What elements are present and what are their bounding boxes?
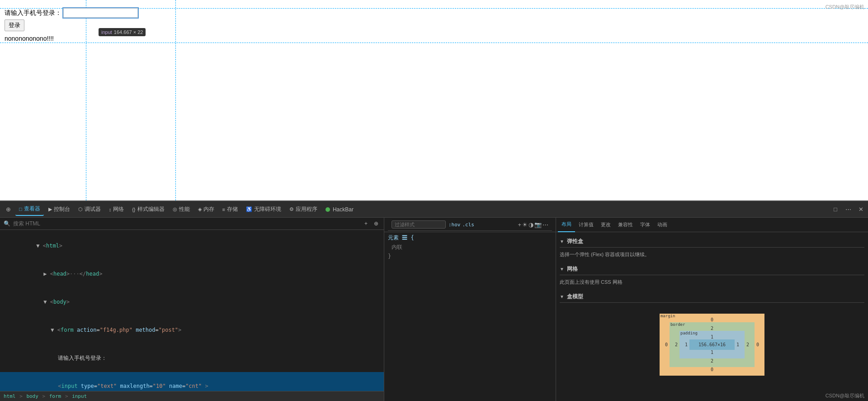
devtools-panel: ⊕ □ 查看器 ▶ 控制台 ⬡ 调试器 ↕ 网络 {} 样式编辑器 ◎ 性能 ◈… [0, 200, 868, 401]
accessibility-icon: ♿ [246, 206, 252, 212]
expand-html[interactable]: ▼ [36, 243, 42, 249]
flexbox-section-body: 选择一个弹性 (Flex) 容器或项目以继续。 [560, 249, 864, 260]
html-line-form[interactable]: ▼ <form action="f14g.php" method="post"> [0, 316, 384, 344]
csdn-watermark: CSDN@敲尽编机 [826, 392, 864, 399]
bm-padding-right: 1 [735, 342, 741, 347]
html-line-html[interactable]: ▼ <html> [0, 232, 384, 260]
right-tab-animations[interactable]: 动画 [654, 218, 671, 232]
inspector-icon: □ [19, 206, 22, 212]
login-button[interactable]: 登录 [5, 19, 24, 31]
tab-storage[interactable]: ≡ 存储 [219, 203, 241, 216]
html-line-text: 请输入手机号登录： [0, 344, 384, 372]
bm-margin-bottom: 0 [663, 367, 761, 372]
tooltip-size: 164.667 × 22 [114, 29, 143, 35]
expand-body[interactable]: ▼ [43, 299, 50, 305]
tab-accessibility[interactable]: ♿ 无障碍环境 [242, 203, 285, 216]
html-add-node-btn[interactable]: + [363, 220, 369, 228]
bm-border: border 2 2 padding 1 [670, 322, 755, 367]
filter-styles-input[interactable] [392, 220, 446, 229]
html-pick-element-btn[interactable]: ⊕ [372, 220, 380, 228]
tab-network[interactable]: ↕ 网络 [105, 203, 128, 216]
selection-line-right [175, 0, 176, 200]
devtools-toolbar-right: □ ⋯ ✕ [830, 204, 866, 215]
html-tree: ▼ <html> ▶ <head>···</head> ▼ <body> ▼ <… [0, 230, 384, 391]
add-rule-icon[interactable]: + [518, 221, 521, 228]
tab-memory-label: 内存 [203, 205, 214, 213]
styles-more-icon[interactable]: ⋯ [542, 221, 548, 228]
pick-color-icon[interactable]: ☀ [522, 221, 528, 228]
inspect-icon[interactable]: ⊕ [2, 203, 14, 216]
expand-form[interactable]: ▼ [51, 327, 57, 333]
element-tooltip: input 164.667 × 22 [99, 28, 146, 36]
bm-padding-label: padding [680, 331, 698, 335]
flexbox-arrow-icon: ▼ [560, 239, 564, 244]
styles-inline-label: 内联 [388, 243, 552, 251]
right-tab-fonts[interactable]: 字体 [637, 218, 654, 232]
bm-margin: margin 0 0 border 2 2 [660, 314, 764, 376]
html-search-bar: 🔍 + ⊕ [0, 218, 384, 230]
html-line-input-text[interactable]: <input type="text" maxlength="10" name="… [0, 372, 384, 391]
expand-head[interactable]: ▶ [43, 271, 50, 277]
tab-style-editor[interactable]: {} 样式编辑器 [128, 203, 168, 216]
tab-performance-label: 性能 [179, 205, 190, 213]
right-panel-content: ▼ 弹性盒 选择一个弹性 (Flex) 容器或项目以继续。 ▼ 网格 此页面上没… [556, 232, 868, 401]
memory-icon: ◈ [198, 206, 202, 212]
bm-padding-bottom: 1 [683, 350, 741, 355]
flexbox-description: 选择一个弹性 (Flex) 容器或项目以继续。 [560, 252, 650, 257]
screenshot-icon[interactable]: 📷 [534, 221, 542, 228]
grid-section-header[interactable]: ▼ 网格 [560, 263, 864, 275]
browser-viewport: 请输入手机号登录： 登录 nononononono!!!! input 164.… [0, 0, 868, 200]
storage-icon: ≡ [222, 207, 225, 212]
html-breadcrumb: html > body > form > input [0, 391, 384, 401]
html-line-body[interactable]: ▼ <body> [0, 288, 384, 316]
right-panel-tabs: 布局 计算值 更改 兼容性 字体 动画 [556, 218, 868, 232]
right-tab-changes[interactable]: 更改 [597, 218, 614, 232]
bm-content: 156.667×16 [689, 339, 735, 350]
bm-border-right: 2 [745, 342, 751, 347]
right-tab-layout[interactable]: 布局 [558, 218, 575, 232]
breadcrumb-body[interactable]: body [26, 393, 38, 399]
phone-input[interactable] [63, 8, 138, 18]
application-icon: ⚙ [289, 206, 294, 212]
tab-inspector[interactable]: □ 查看器 [15, 203, 44, 216]
right-tab-computed[interactable]: 计算值 [575, 218, 597, 232]
tab-hackbar[interactable]: HackBar [322, 203, 357, 216]
breadcrumb-form[interactable]: form [49, 393, 61, 399]
tab-accessibility-label: 无障碍环境 [254, 205, 281, 213]
tooltip-tag: input [101, 29, 112, 35]
toggle-dark-icon[interactable]: ◑ [528, 221, 533, 228]
right-tab-compatibility[interactable]: 兼容性 [614, 218, 637, 232]
bm-content-size: 156.667×16 [698, 342, 726, 347]
styles-toolbar: :hov .cls + ☀ ◑ 📷 ⋯ [384, 218, 556, 232]
html-search-input[interactable] [13, 220, 360, 227]
dock-icon[interactable]: □ [830, 204, 841, 215]
more-options-icon[interactable]: ⋯ [843, 204, 854, 215]
tab-debugger[interactable]: ⬡ 调试器 [75, 203, 104, 216]
tab-performance[interactable]: ◎ 性能 [169, 203, 193, 216]
bm-margin-sides: 0 border 2 2 [663, 322, 761, 367]
breadcrumb-input[interactable]: input [72, 393, 87, 399]
box-model-diagram: margin 0 0 border 2 2 [660, 314, 764, 376]
flexbox-section-label: 弹性盒 [567, 238, 583, 245]
bm-border-left: 2 [673, 342, 679, 347]
tab-inspector-label: 查看器 [24, 205, 40, 213]
bm-margin-label: margin [660, 314, 675, 318]
box-model-section-header[interactable]: ▼ 盒模型 [560, 291, 864, 303]
cls-pseudo-btn[interactable]: .cls [462, 222, 475, 228]
flexbox-section-header[interactable]: ▼ 弹性盒 [560, 236, 864, 248]
tab-debugger-label: 调试器 [85, 205, 101, 213]
tab-application[interactable]: ⚙ 应用程序 [286, 203, 321, 216]
tab-style-editor-label: 样式编辑器 [137, 205, 165, 213]
tab-memory[interactable]: ◈ 内存 [194, 203, 218, 216]
pseudo-buttons: :hov .cls [448, 222, 474, 228]
tab-console[interactable]: ▶ 控制台 [45, 203, 74, 216]
element-styles-label: 元素 ☰ { [388, 234, 552, 242]
box-model-arrow-icon: ▼ [560, 294, 564, 299]
grid-section-label: 网格 [567, 265, 578, 273]
style-editor-icon: {} [132, 207, 135, 212]
breadcrumb-html[interactable]: html [4, 393, 16, 399]
hov-pseudo-btn[interactable]: :hov [448, 222, 461, 228]
html-panel: 🔍 + ⊕ ▼ <html> ▶ <head>···</head> ▼ <bod… [0, 218, 384, 401]
close-devtools-icon[interactable]: ✕ [855, 204, 866, 215]
html-line-head[interactable]: ▶ <head>···</head> [0, 260, 384, 288]
